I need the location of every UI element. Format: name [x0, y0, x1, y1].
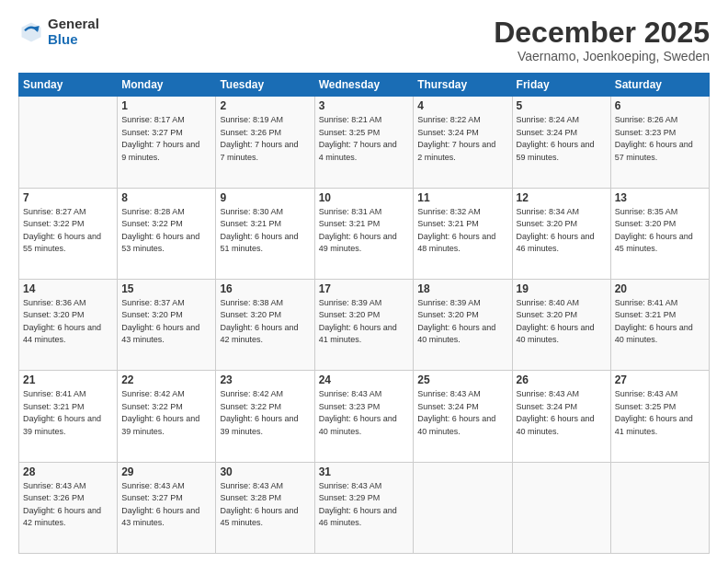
day-number: 25	[417, 373, 507, 386]
day-number: 15	[121, 282, 211, 295]
day-detail: Sunrise: 8:19 AMSunset: 3:26 PMDaylight:…	[220, 114, 310, 164]
logo: General Blue	[18, 17, 99, 47]
day-number: 6	[615, 99, 705, 112]
weekday-header-thursday: Thursday	[414, 74, 512, 97]
day-detail: Sunrise: 8:42 AMSunset: 3:22 PMDaylight:…	[220, 388, 310, 438]
day-number: 31	[319, 465, 410, 478]
day-number: 28	[23, 465, 113, 478]
day-detail: Sunrise: 8:17 AMSunset: 3:27 PMDaylight:…	[121, 114, 211, 164]
week-row-1: 1Sunrise: 8:17 AMSunset: 3:27 PMDaylight…	[19, 97, 710, 188]
calendar-cell: 21Sunrise: 8:41 AMSunset: 3:21 PMDayligh…	[19, 371, 118, 462]
logo-text: General Blue	[48, 17, 99, 47]
calendar-cell	[19, 97, 118, 188]
calendar-cell: 5Sunrise: 8:24 AMSunset: 3:24 PMDaylight…	[512, 97, 610, 188]
day-detail: Sunrise: 8:43 AMSunset: 3:26 PMDaylight:…	[23, 480, 113, 530]
calendar-cell: 12Sunrise: 8:34 AMSunset: 3:20 PMDayligh…	[512, 188, 610, 279]
title-block: December 2025 Vaernamo, Joenkoeping, Swe…	[494, 17, 710, 63]
calendar-cell: 23Sunrise: 8:42 AMSunset: 3:22 PMDayligh…	[216, 371, 314, 462]
day-detail: Sunrise: 8:43 AMSunset: 3:24 PMDaylight:…	[417, 388, 507, 438]
day-number: 14	[23, 282, 113, 295]
day-number: 21	[23, 373, 113, 386]
day-number: 9	[220, 191, 310, 204]
calendar-cell	[610, 462, 709, 553]
calendar-cell: 20Sunrise: 8:41 AMSunset: 3:21 PMDayligh…	[610, 279, 709, 370]
calendar-page: General Blue December 2025 Vaernamo, Joe…	[0, 0, 728, 563]
calendar-cell: 6Sunrise: 8:26 AMSunset: 3:23 PMDaylight…	[610, 97, 709, 188]
calendar-cell	[414, 462, 512, 553]
day-detail: Sunrise: 8:32 AMSunset: 3:21 PMDaylight:…	[417, 206, 507, 256]
day-detail: Sunrise: 8:43 AMSunset: 3:29 PMDaylight:…	[319, 480, 410, 530]
calendar-cell: 26Sunrise: 8:43 AMSunset: 3:24 PMDayligh…	[512, 371, 610, 462]
day-number: 13	[615, 191, 705, 204]
month-title: December 2025	[494, 17, 710, 49]
day-detail: Sunrise: 8:27 AMSunset: 3:22 PMDaylight:…	[23, 206, 113, 256]
day-number: 10	[319, 191, 410, 204]
day-number: 30	[220, 465, 310, 478]
calendar-cell: 31Sunrise: 8:43 AMSunset: 3:29 PMDayligh…	[314, 462, 414, 553]
week-row-4: 21Sunrise: 8:41 AMSunset: 3:21 PMDayligh…	[19, 371, 710, 462]
week-row-2: 7Sunrise: 8:27 AMSunset: 3:22 PMDaylight…	[19, 188, 710, 279]
calendar-cell	[512, 462, 610, 553]
calendar-cell: 29Sunrise: 8:43 AMSunset: 3:27 PMDayligh…	[118, 462, 216, 553]
day-number: 12	[517, 191, 607, 204]
day-number: 1	[121, 99, 211, 112]
day-number: 19	[517, 282, 607, 295]
calendar-cell: 15Sunrise: 8:37 AMSunset: 3:20 PMDayligh…	[118, 279, 216, 370]
calendar-cell: 7Sunrise: 8:27 AMSunset: 3:22 PMDaylight…	[19, 188, 118, 279]
weekday-header-row: SundayMondayTuesdayWednesdayThursdayFrid…	[19, 74, 710, 97]
calendar-cell: 9Sunrise: 8:30 AMSunset: 3:21 PMDaylight…	[216, 188, 314, 279]
day-detail: Sunrise: 8:35 AMSunset: 3:20 PMDaylight:…	[615, 206, 705, 256]
weekday-header-saturday: Saturday	[610, 74, 709, 97]
day-detail: Sunrise: 8:43 AMSunset: 3:27 PMDaylight:…	[121, 480, 211, 530]
day-number: 11	[417, 191, 507, 204]
calendar-cell: 13Sunrise: 8:35 AMSunset: 3:20 PMDayligh…	[610, 188, 709, 279]
calendar-cell: 28Sunrise: 8:43 AMSunset: 3:26 PMDayligh…	[19, 462, 118, 553]
day-detail: Sunrise: 8:39 AMSunset: 3:20 PMDaylight:…	[417, 297, 507, 347]
day-detail: Sunrise: 8:26 AMSunset: 3:23 PMDaylight:…	[615, 114, 705, 164]
calendar-cell: 1Sunrise: 8:17 AMSunset: 3:27 PMDaylight…	[118, 97, 216, 188]
day-detail: Sunrise: 8:39 AMSunset: 3:20 PMDaylight:…	[319, 297, 410, 347]
header: General Blue December 2025 Vaernamo, Joe…	[18, 17, 710, 63]
day-number: 27	[615, 373, 705, 386]
day-detail: Sunrise: 8:37 AMSunset: 3:20 PMDaylight:…	[121, 297, 211, 347]
day-detail: Sunrise: 8:42 AMSunset: 3:22 PMDaylight:…	[121, 388, 211, 438]
day-detail: Sunrise: 8:38 AMSunset: 3:20 PMDaylight:…	[220, 297, 310, 347]
day-detail: Sunrise: 8:41 AMSunset: 3:21 PMDaylight:…	[23, 388, 113, 438]
day-number: 5	[517, 99, 607, 112]
weekday-header-wednesday: Wednesday	[314, 74, 414, 97]
calendar-cell: 24Sunrise: 8:43 AMSunset: 3:23 PMDayligh…	[314, 371, 414, 462]
weekday-header-monday: Monday	[118, 74, 216, 97]
calendar-cell: 22Sunrise: 8:42 AMSunset: 3:22 PMDayligh…	[118, 371, 216, 462]
day-detail: Sunrise: 8:36 AMSunset: 3:20 PMDaylight:…	[23, 297, 113, 347]
calendar-cell: 17Sunrise: 8:39 AMSunset: 3:20 PMDayligh…	[314, 279, 414, 370]
day-number: 26	[517, 373, 607, 386]
calendar-cell: 30Sunrise: 8:43 AMSunset: 3:28 PMDayligh…	[216, 462, 314, 553]
day-number: 4	[417, 99, 507, 112]
calendar-cell: 27Sunrise: 8:43 AMSunset: 3:25 PMDayligh…	[610, 371, 709, 462]
calendar-cell: 8Sunrise: 8:28 AMSunset: 3:22 PMDaylight…	[118, 188, 216, 279]
day-detail: Sunrise: 8:30 AMSunset: 3:21 PMDaylight:…	[220, 206, 310, 256]
calendar-cell: 19Sunrise: 8:40 AMSunset: 3:20 PMDayligh…	[512, 279, 610, 370]
logo-general-text: General	[48, 17, 99, 32]
day-number: 2	[220, 99, 310, 112]
svg-marker-0	[22, 22, 41, 41]
day-detail: Sunrise: 8:40 AMSunset: 3:20 PMDaylight:…	[517, 297, 607, 347]
day-detail: Sunrise: 8:43 AMSunset: 3:28 PMDaylight:…	[220, 480, 310, 530]
calendar-cell: 3Sunrise: 8:21 AMSunset: 3:25 PMDaylight…	[314, 97, 414, 188]
logo-icon	[18, 19, 44, 45]
day-number: 22	[121, 373, 211, 386]
calendar-cell: 18Sunrise: 8:39 AMSunset: 3:20 PMDayligh…	[414, 279, 512, 370]
day-detail: Sunrise: 8:24 AMSunset: 3:24 PMDaylight:…	[517, 114, 607, 164]
day-number: 16	[220, 282, 310, 295]
day-detail: Sunrise: 8:34 AMSunset: 3:20 PMDaylight:…	[517, 206, 607, 256]
week-row-5: 28Sunrise: 8:43 AMSunset: 3:26 PMDayligh…	[19, 462, 710, 553]
day-detail: Sunrise: 8:21 AMSunset: 3:25 PMDaylight:…	[319, 114, 410, 164]
calendar-cell: 4Sunrise: 8:22 AMSunset: 3:24 PMDaylight…	[414, 97, 512, 188]
weekday-header-sunday: Sunday	[19, 74, 118, 97]
logo-blue-text: Blue	[48, 32, 99, 48]
day-detail: Sunrise: 8:22 AMSunset: 3:24 PMDaylight:…	[417, 114, 507, 164]
calendar-cell: 14Sunrise: 8:36 AMSunset: 3:20 PMDayligh…	[19, 279, 118, 370]
weekday-header-friday: Friday	[512, 74, 610, 97]
day-detail: Sunrise: 8:43 AMSunset: 3:24 PMDaylight:…	[517, 388, 607, 438]
calendar-cell: 2Sunrise: 8:19 AMSunset: 3:26 PMDaylight…	[216, 97, 314, 188]
